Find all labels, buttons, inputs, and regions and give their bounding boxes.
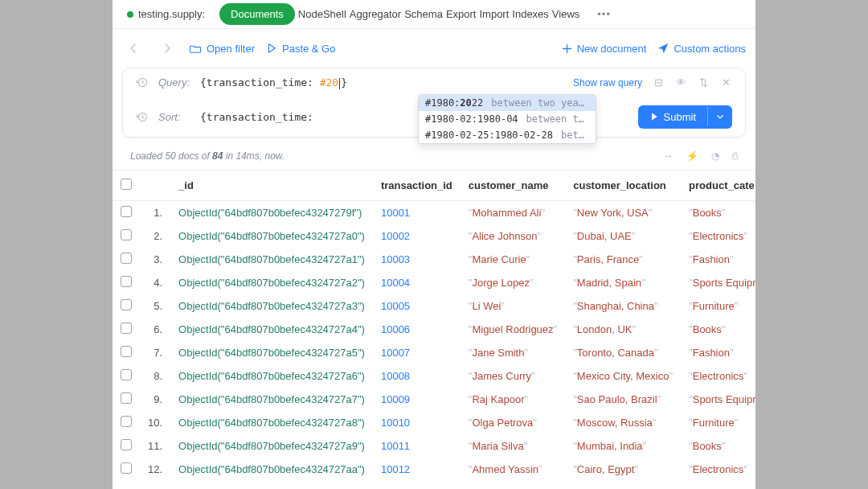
cell-id[interactable]: ObjectId("64bdf807b0befec43247279f"): [178, 207, 362, 219]
show-raw-query-button[interactable]: Show raw query: [573, 77, 642, 88]
row-checkbox[interactable]: [121, 253, 132, 264]
cell-id[interactable]: ObjectId("64bdf807b0befec4324727a4"): [178, 323, 365, 335]
cell-transaction-id[interactable]: 10002: [381, 230, 410, 242]
column-header[interactable]: customer_name: [461, 170, 565, 200]
table-row[interactable]: 2.ObjectId("64bdf807b0befec4324727a0")10…: [113, 224, 755, 248]
row-checkbox[interactable]: [121, 416, 132, 427]
cell-customer-name: Ahmed Yassin: [472, 463, 538, 475]
close-icon[interactable]: ✕: [719, 76, 732, 88]
ruler-icon[interactable]: ⊟: [652, 76, 665, 88]
chart-icon[interactable]: ◔: [711, 150, 719, 162]
forward-button[interactable]: [156, 37, 178, 60]
sort-toggle-icon[interactable]: ⇅: [697, 76, 710, 88]
submit-button[interactable]: Submit: [638, 105, 732, 129]
table-row[interactable]: 1.ObjectId("64bdf807b0befec43247279f")10…: [113, 200, 755, 224]
cell-transaction-id[interactable]: 10004: [381, 277, 410, 289]
bolt-icon[interactable]: ⚡: [686, 150, 698, 162]
cell-id[interactable]: ObjectId("64bdf807b0befec4324727aa"): [178, 463, 365, 475]
tab-aggregator[interactable]: Aggregator: [350, 8, 401, 20]
column-header[interactable]: transaction_id: [373, 170, 461, 200]
column-header[interactable]: _id: [170, 170, 373, 200]
export-icon[interactable]: ⎙: [732, 150, 738, 162]
cell-product-category: Books: [693, 207, 722, 219]
plus-icon: [562, 43, 572, 54]
chevron-down-icon: [716, 113, 724, 121]
row-checkbox[interactable]: [121, 369, 132, 380]
cell-id[interactable]: ObjectId("64bdf807b0befec4324727a8"): [178, 417, 365, 429]
cell-transaction-id[interactable]: 10003: [381, 253, 410, 265]
cell-id[interactable]: ObjectId("64bdf807b0befec4324727a0"): [178, 230, 365, 242]
tab-schema[interactable]: Schema: [404, 8, 443, 20]
row-checkbox[interactable]: [121, 439, 132, 450]
tab-documents[interactable]: Documents: [219, 3, 295, 25]
db-indicator: testing.supply:: [127, 8, 205, 20]
row-checkbox[interactable]: [121, 462, 132, 474]
table-row[interactable]: 12.ObjectId("64bdf807b0befec4324727aa")1…: [113, 458, 755, 481]
tab-views[interactable]: Views: [552, 8, 579, 20]
tab-export[interactable]: Export: [446, 8, 477, 20]
row-checkbox[interactable]: [121, 229, 132, 240]
cell-transaction-id[interactable]: 10009: [381, 393, 410, 405]
cell-transaction-id[interactable]: 10001: [381, 207, 410, 219]
row-checkbox[interactable]: [121, 392, 132, 404]
more-icon[interactable]: •••: [597, 8, 611, 20]
cell-id[interactable]: ObjectId("64bdf807b0befec4324727a3"): [178, 300, 365, 312]
cell-customer-name: Miguel Rodriguez: [472, 323, 553, 335]
cell-product-category: Furniture: [693, 300, 735, 312]
row-checkbox[interactable]: [121, 299, 132, 310]
cell-transaction-id[interactable]: 10012: [381, 463, 410, 475]
sort-text[interactable]: {transaction_time:: [200, 111, 313, 123]
suggestion-item[interactable]: #1980:2022between two yea…: [419, 95, 596, 111]
cell-id[interactable]: ObjectId("64bdf807b0befec4324727a2"): [178, 277, 365, 289]
submit-caret[interactable]: [707, 107, 732, 126]
custom-actions-button[interactable]: Custom actions: [657, 43, 746, 55]
table-row[interactable]: 9.ObjectId("64bdf807b0befec4324727a7")10…: [113, 388, 755, 411]
cell-id[interactable]: ObjectId("64bdf807b0befec4324727a1"): [178, 253, 365, 265]
row-checkbox[interactable]: [121, 206, 132, 217]
table-row[interactable]: 3.ObjectId("64bdf807b0befec4324727a1")10…: [113, 248, 755, 271]
cell-transaction-id[interactable]: 10010: [381, 417, 410, 429]
cell-customer-location: Mumbai, India: [577, 440, 643, 452]
table-row[interactable]: 7.ObjectId("64bdf807b0befec4324727a5")10…: [113, 341, 755, 364]
history-icon[interactable]: [136, 111, 150, 123]
history-icon[interactable]: [136, 76, 150, 88]
cell-transaction-id[interactable]: 10011: [381, 440, 410, 452]
cell-customer-location: Madrid, Spain: [577, 277, 641, 289]
cell-transaction-id[interactable]: 10005: [381, 300, 410, 312]
tab-nodeshell[interactable]: NodeShell: [298, 8, 346, 20]
checkbox-icon[interactable]: [121, 179, 132, 190]
row-checkbox[interactable]: [121, 346, 132, 357]
column-header[interactable]: customer_location: [565, 170, 681, 200]
column-header[interactable]: product_cate: [681, 170, 755, 200]
cell-transaction-id[interactable]: 10007: [381, 347, 410, 359]
suggestion-item[interactable]: #1980-02-25:1980-02-28bet…: [419, 127, 596, 143]
cell-id[interactable]: ObjectId("64bdf807b0befec4324727a6"): [178, 370, 365, 382]
table-row[interactable]: 10.ObjectId("64bdf807b0befec4324727a8")1…: [113, 411, 755, 434]
cell-transaction-id[interactable]: 10008: [381, 370, 410, 382]
open-filter-button[interactable]: Open filter: [190, 43, 255, 55]
table-row[interactable]: 5.ObjectId("64bdf807b0befec4324727a3")10…: [113, 294, 755, 318]
back-button[interactable]: [122, 37, 145, 60]
query-row[interactable]: Query: {transaction_time: #20} Show raw …: [131, 68, 737, 97]
new-document-button[interactable]: New document: [562, 43, 647, 55]
query-text[interactable]: {transaction_time: #20}: [200, 76, 347, 89]
cell-id[interactable]: ObjectId("64bdf807b0befec4324727a9"): [178, 440, 365, 452]
eye-icon[interactable]: 👁: [674, 76, 687, 88]
cell-id[interactable]: ObjectId("64bdf807b0befec4324727a7"): [178, 393, 365, 405]
resize-icon[interactable]: ↔: [664, 150, 674, 162]
row-checkbox[interactable]: [121, 323, 132, 334]
select-all-header[interactable]: [113, 170, 140, 200]
row-checkbox[interactable]: [121, 276, 132, 287]
row-number: 11.: [140, 434, 170, 458]
cell-id[interactable]: ObjectId("64bdf807b0befec4324727a5"): [178, 347, 365, 359]
table-row[interactable]: 6.ObjectId("64bdf807b0befec4324727a4")10…: [113, 318, 755, 341]
table-row[interactable]: 8.ObjectId("64bdf807b0befec4324727a6")10…: [113, 364, 755, 388]
paste-go-button[interactable]: Paste & Go: [266, 43, 335, 55]
table-row[interactable]: 11.ObjectId("64bdf807b0befec4324727a9")1…: [113, 434, 755, 458]
tab-indexes[interactable]: Indexes: [512, 8, 549, 20]
tab-import[interactable]: Import: [479, 8, 509, 20]
cell-product-category: Electronics: [693, 370, 744, 382]
cell-transaction-id[interactable]: 10006: [381, 323, 410, 335]
table-row[interactable]: 4.ObjectId("64bdf807b0befec4324727a2")10…: [113, 271, 755, 294]
suggestion-item[interactable]: #1980-02:1980-04between t…: [419, 111, 596, 127]
